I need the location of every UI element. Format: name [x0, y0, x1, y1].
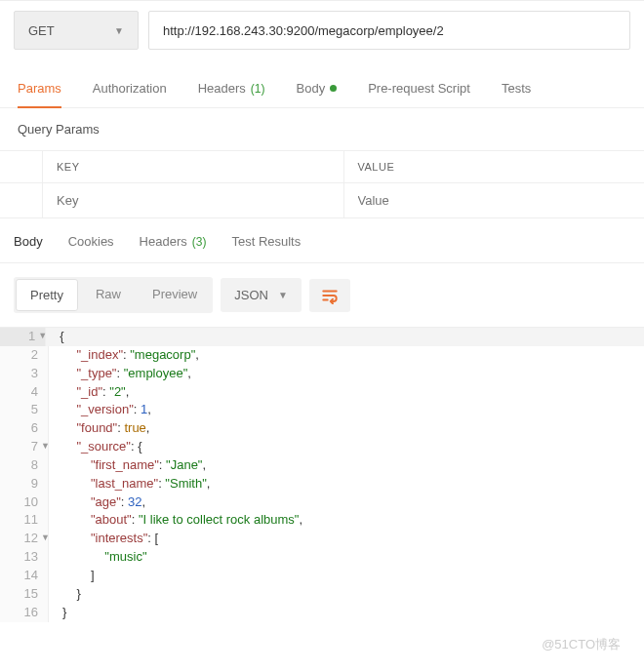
value-input[interactable] [344, 183, 645, 217]
http-method-label: GET [28, 23, 55, 38]
response-tabs: Body Cookies Headers (3) Test Results [0, 218, 644, 263]
query-params-header-row: KEY VALUE [0, 151, 644, 183]
format-preview-button[interactable]: Preview [137, 277, 213, 313]
url-input[interactable] [148, 11, 630, 50]
fold-icon[interactable]: ▼ [38, 330, 47, 342]
chevron-down-icon: ▼ [114, 25, 124, 36]
response-code-area[interactable]: 1▼{ 2 "_index": "megacorp", 3 "_type": "… [0, 327, 644, 622]
format-type-label: JSON [234, 288, 268, 302]
chevron-down-icon: ▼ [278, 290, 288, 300]
key-column-header: KEY [43, 151, 344, 182]
tab-body[interactable]: Body [297, 73, 338, 107]
fold-icon[interactable]: ▼ [41, 440, 50, 453]
key-input[interactable] [43, 183, 344, 217]
request-url-area: GET ▼ [0, 0, 644, 63]
wrap-lines-button[interactable] [309, 279, 350, 312]
response-headers-count-badge: (3) [192, 235, 207, 249]
value-column-header: VALUE [344, 151, 645, 182]
tab-response-cookies[interactable]: Cookies [68, 234, 114, 249]
tab-prerequest-script[interactable]: Pre-request Script [368, 73, 470, 107]
tab-headers[interactable]: Headers (1) [198, 73, 265, 107]
tab-authorization[interactable]: Authorization [93, 73, 167, 107]
fold-icon[interactable]: ▼ [41, 532, 50, 544]
query-params-title: Query Params [0, 108, 644, 151]
tab-response-headers[interactable]: Headers (3) [140, 234, 207, 249]
format-type-select[interactable]: JSON ▼ [221, 278, 302, 312]
format-pretty-button[interactable]: Pretty [16, 279, 78, 311]
format-raw-button[interactable]: Raw [80, 277, 137, 313]
query-params-row [0, 183, 644, 218]
watermark: @51CTO博客 [542, 636, 621, 653]
tab-params[interactable]: Params [18, 73, 61, 107]
checkbox-cell[interactable] [0, 183, 43, 217]
format-segment-group: Pretty Raw Preview [14, 277, 213, 313]
checkbox-column [0, 151, 43, 182]
tab-response-body[interactable]: Body [14, 234, 43, 249]
tab-test-results[interactable]: Test Results [231, 234, 301, 249]
dot-indicator-icon [330, 85, 337, 92]
http-method-select[interactable]: GET ▼ [14, 11, 139, 50]
tab-tests[interactable]: Tests [502, 73, 531, 107]
headers-count-badge: (1) [251, 82, 265, 96]
response-format-bar: Pretty Raw Preview JSON ▼ [0, 263, 644, 327]
wrap-icon [321, 287, 339, 304]
request-tabs: Params Authorization Headers (1) Body Pr… [0, 63, 644, 108]
